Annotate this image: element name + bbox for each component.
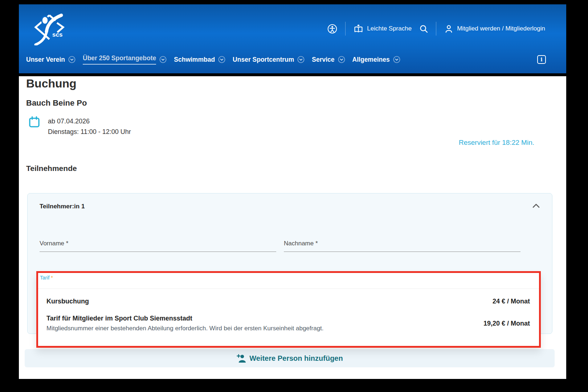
tarif-option-name: Kursbuchung	[46, 298, 89, 305]
scs-logo[interactable]: scs	[25, 11, 79, 47]
participant-card-title: Teilnehmer:in 1	[40, 203, 85, 210]
utility-bar: Leichte Sprache Mitglied werden / Mitgli…	[327, 22, 545, 36]
scs-logo-icon: scs	[25, 11, 79, 45]
member-login-label: Mitglied werden / Mitgliederlogin	[457, 25, 545, 32]
utility-divider	[345, 22, 346, 36]
member-login-button[interactable]: Mitglied werden / Mitgliederlogin	[444, 24, 545, 33]
tarif-option-name: Tarif für Mitglieder im Sport Club Sieme…	[46, 315, 324, 322]
site-header: scs Leich	[19, 4, 566, 73]
nachname-input[interactable]	[284, 240, 520, 252]
required-asterisk: *	[51, 275, 53, 281]
collapse-participant-button[interactable]	[532, 204, 540, 209]
utility-divider	[436, 22, 436, 36]
nav-item-unser-verein[interactable]: Unser Verein	[26, 56, 75, 64]
easy-language-label: Leichte Sprache	[367, 25, 412, 32]
reservation-timer: Reserviert für 18:22 Min.	[459, 139, 534, 147]
svg-text:scs: scs	[52, 31, 62, 38]
chevron-down-icon	[68, 56, 75, 63]
vorname-input[interactable]	[40, 240, 276, 252]
chevron-down-icon	[338, 56, 345, 63]
calendar-icon	[29, 116, 40, 128]
schedule-start-date: ab 07.04.2026	[48, 116, 131, 127]
search-icon	[420, 25, 428, 33]
chevron-down-icon	[393, 56, 400, 63]
main-navigation: Unser Verein Über 250 Sportangebote Schw…	[19, 49, 566, 73]
page-title: Buchung	[26, 77, 77, 90]
chevron-down-icon	[218, 56, 225, 63]
search-button[interactable]	[420, 25, 428, 33]
easy-language-button[interactable]: Leichte Sprache	[354, 24, 412, 33]
tarif-option-kursbuchung[interactable]: Kursbuchung 24 € / Monat	[38, 289, 539, 310]
add-person-bar: Weitere Person hinzufügen	[25, 349, 555, 367]
tarif-option-price: 19,20 € / Monat	[483, 320, 530, 327]
main-content: Buchung Bauch Beine Po ab 07.04.2026 Die…	[19, 76, 566, 379]
nav-item-sportangebote[interactable]: Über 250 Sportangebote	[83, 54, 167, 65]
add-person-label: Weitere Person hinzufügen	[249, 354, 343, 363]
page: scs Leich	[19, 4, 566, 379]
chevron-down-icon	[297, 56, 305, 63]
chevron-down-icon	[159, 56, 167, 63]
tarif-option-mitglieder[interactable]: Tarif für Mitglieder im Sport Club Sieme…	[38, 310, 539, 338]
nav-item-allgemeines[interactable]: Allgemeines	[352, 56, 400, 64]
info-icon[interactable]: i	[537, 55, 546, 64]
easy-language-icon	[354, 24, 363, 33]
user-icon	[444, 24, 453, 33]
nav-item-sportcentrum[interactable]: Unser Sportcentrum	[233, 56, 305, 64]
accessibility-button[interactable]	[327, 24, 337, 34]
name-fields	[40, 240, 520, 252]
chevron-up-icon	[532, 204, 540, 208]
header-top-row: scs Leich	[19, 4, 566, 49]
course-name: Bauch Beine Po	[26, 98, 87, 108]
tarif-dropdown-annotation-box: Tarif * Kursbuchung 24 € / Monat Tarif f…	[36, 271, 541, 348]
accessibility-icon	[327, 24, 337, 34]
tarif-label: Tarif *	[38, 273, 539, 281]
schedule-weekday-time: Dienstags: 11:00 - 12:00 Uhr	[48, 127, 131, 137]
participants-heading: Teilnehmende	[26, 164, 77, 173]
add-person-icon	[236, 354, 246, 363]
add-person-button[interactable]: Weitere Person hinzufügen	[236, 354, 343, 363]
tarif-option-description: Mitgliedsnummer einer bestehenden Abteil…	[46, 325, 324, 332]
nav-item-service[interactable]: Service	[312, 56, 345, 64]
tarif-option-price: 24 € / Monat	[493, 298, 530, 305]
course-schedule: ab 07.04.2026 Dienstags: 11:00 - 12:00 U…	[29, 116, 131, 137]
nav-item-schwimmbad[interactable]: Schwimmbad	[174, 56, 225, 64]
schedule-text: ab 07.04.2026 Dienstags: 11:00 - 12:00 U…	[48, 116, 131, 137]
